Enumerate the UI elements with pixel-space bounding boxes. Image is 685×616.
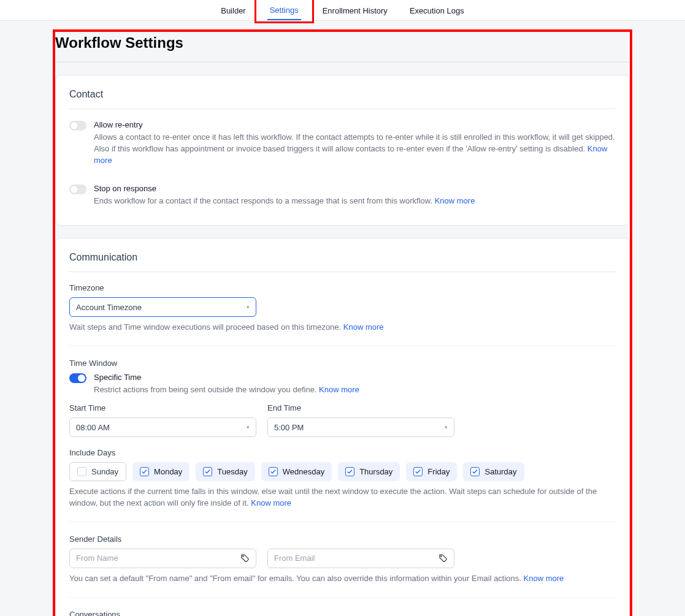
tab-builder[interactable]: Builder <box>218 1 248 20</box>
from-email-input-wrap <box>267 549 454 568</box>
day-label: Saturday <box>484 467 516 476</box>
timezone-helper: Wait steps and Time window executions wi… <box>69 322 616 333</box>
specific-time-label: Specific Time <box>94 373 616 382</box>
stop-on-response-toggle[interactable] <box>69 184 86 194</box>
from-name-input[interactable] <box>76 553 240 563</box>
allow-reentry-row: Allow re-entry Allows a contact to re-en… <box>69 120 616 167</box>
contact-card: Contact Allow re-entry Allows a contact … <box>55 75 630 226</box>
checkbox-icon <box>413 467 423 476</box>
day-tuesday[interactable]: Tuesday <box>196 462 254 481</box>
day-saturday[interactable]: Saturday <box>463 462 524 481</box>
time-window-block: Time Window Specific Time Restrict actio… <box>69 346 616 509</box>
time-window-helper: Execute actions if the current time fall… <box>69 486 616 509</box>
day-friday[interactable]: Friday <box>406 462 457 481</box>
tab-settings[interactable]: Settings <box>267 1 301 20</box>
stop-on-response-know-more[interactable]: Know more <box>435 196 475 205</box>
day-label: Wednesday <box>283 467 324 476</box>
day-label: Monday <box>154 467 182 476</box>
specific-time-desc: Restrict actions from being sent outside… <box>94 384 616 396</box>
conversations-block: Conversations Mark as read Toggle this o… <box>69 597 616 616</box>
chevron-down-icon: ▾ <box>247 304 250 310</box>
tab-enrollment-history[interactable]: Enrollment History <box>320 1 390 20</box>
sender-label: Sender Details <box>69 534 616 544</box>
sender-know-more[interactable]: Know more <box>524 574 564 583</box>
allow-reentry-desc: Allows a contact to re-enter once it has… <box>94 132 616 167</box>
checkbox-icon <box>345 467 354 476</box>
day-label: Thursday <box>359 467 392 476</box>
checkbox-icon <box>470 467 480 476</box>
sender-helper: You can set a default "From name" and "F… <box>69 573 616 585</box>
day-thursday[interactable]: Thursday <box>338 462 400 481</box>
day-label: Tuesday <box>217 467 247 476</box>
timezone-block: Timezone Account Timezone ▾ Wait steps a… <box>69 283 616 333</box>
highlighted-region: Workflow Settings Contact Allow re-entry… <box>53 29 632 616</box>
page-title: Workflow Settings <box>55 34 630 51</box>
stop-on-response-desc: Ends workflow for a contact if the conta… <box>94 196 616 207</box>
days-container: SundayMondayTuesdayWednesdayThursdayFrid… <box>69 462 616 481</box>
communication-card: Communication Timezone Account Timezone … <box>55 238 630 616</box>
chevron-down-icon: ▾ <box>445 424 448 430</box>
tab-settings-highlight: Settings <box>254 0 314 23</box>
checkbox-icon <box>140 467 149 476</box>
start-time-value: 08:00 AM <box>76 423 110 432</box>
end-time-label: End Time <box>267 403 454 413</box>
contact-heading: Contact <box>69 89 616 109</box>
spacer-card <box>55 61 630 63</box>
timezone-select[interactable]: Account Timezone ▾ <box>69 297 256 317</box>
time-window-know-more[interactable]: Know more <box>251 498 291 508</box>
end-time-value: 5:00 PM <box>274 423 304 432</box>
tag-icon[interactable] <box>438 553 448 563</box>
timezone-label: Timezone <box>69 283 616 292</box>
allow-reentry-toggle[interactable] <box>69 121 86 131</box>
include-days-label: Include Days <box>69 448 616 457</box>
svg-point-1 <box>441 556 442 557</box>
checkbox-icon <box>269 467 278 476</box>
checkbox-icon <box>77 467 86 476</box>
from-email-input[interactable] <box>274 553 438 563</box>
allow-reentry-label: Allow re-entry <box>94 120 616 129</box>
day-sunday[interactable]: Sunday <box>69 462 126 481</box>
start-time-select[interactable]: 08:00 AM ▾ <box>69 417 256 437</box>
day-label: Sunday <box>91 467 118 476</box>
start-time-label: Start Time <box>69 403 256 413</box>
svg-point-0 <box>243 556 243 557</box>
day-monday[interactable]: Monday <box>132 462 189 481</box>
tab-execution-logs[interactable]: Execution Logs <box>407 1 467 20</box>
from-name-input-wrap <box>69 549 256 568</box>
tab-bar: Builder Settings Enrollment History Exec… <box>0 0 685 21</box>
stop-on-response-label: Stop on response <box>94 184 616 193</box>
time-window-label: Time Window <box>69 359 616 368</box>
specific-time-know-more[interactable]: Know more <box>319 385 359 394</box>
communication-heading: Communication <box>69 252 616 272</box>
tag-icon[interactable] <box>240 553 250 563</box>
sender-block: Sender Details <box>69 522 616 585</box>
day-label: Friday <box>427 467 450 476</box>
chevron-down-icon: ▾ <box>247 424 250 430</box>
stop-on-response-row: Stop on response Ends workflow for a con… <box>69 184 616 207</box>
timezone-know-more[interactable]: Know more <box>343 322 384 332</box>
specific-time-row: Specific Time Restrict actions from bein… <box>69 373 616 396</box>
checkbox-icon <box>203 467 212 476</box>
end-time-select[interactable]: 5:00 PM ▾ <box>267 417 454 437</box>
conversations-label: Conversations <box>69 610 616 616</box>
specific-time-toggle[interactable] <box>69 373 86 383</box>
day-wednesday[interactable]: Wednesday <box>261 462 332 481</box>
timezone-value: Account Timezone <box>76 303 142 312</box>
